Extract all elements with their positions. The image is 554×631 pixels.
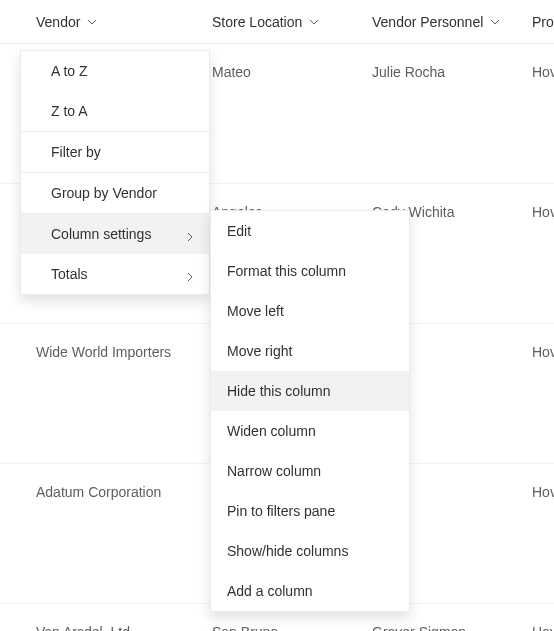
- cell-product: Hove: [520, 624, 554, 631]
- menu-item-totals[interactable]: Totals: [21, 254, 209, 294]
- cell-product: Hove: [520, 344, 554, 360]
- menu-item-group-by-vendor[interactable]: Group by Vendor: [21, 173, 209, 213]
- menu-item-label: Widen column: [227, 423, 316, 439]
- cell-store: Mateo: [200, 64, 360, 80]
- cell-product: Hove: [520, 204, 554, 220]
- submenu-item-narrow-column[interactable]: Narrow column: [211, 451, 409, 491]
- column-header-row: Vendor Store Location Vendor Personnel P…: [0, 0, 554, 44]
- chevron-down-icon: [86, 16, 98, 28]
- menu-item-label: Z to A: [51, 103, 88, 119]
- submenu-item-format-this-column[interactable]: Format this column: [211, 251, 409, 291]
- submenu-item-add-a-column[interactable]: Add a column: [211, 571, 409, 611]
- menu-item-sort-a-to-z[interactable]: A to Z: [21, 51, 209, 91]
- submenu-item-pin-to-filters-pane[interactable]: Pin to filters pane: [211, 491, 409, 531]
- submenu-item-edit[interactable]: Edit: [211, 211, 409, 251]
- chevron-down-icon: [489, 16, 501, 28]
- menu-item-filter-by[interactable]: Filter by: [21, 132, 209, 172]
- menu-item-label: Move left: [227, 303, 284, 319]
- chevron-down-icon: [308, 16, 320, 28]
- column-header-personnel-label: Vendor Personnel: [372, 14, 483, 30]
- submenu-item-hide-this-column[interactable]: Hide this column: [211, 371, 409, 411]
- menu-item-label: Add a column: [227, 583, 313, 599]
- menu-item-label: Move right: [227, 343, 292, 359]
- menu-item-label: Column settings: [51, 226, 151, 242]
- column-header-vendor-label: Vendor: [36, 14, 80, 30]
- chevron-right-icon: [185, 229, 195, 239]
- menu-item-label: Filter by: [51, 144, 101, 160]
- cell-store: San Bruno: [200, 624, 360, 631]
- menu-item-label: Edit: [227, 223, 251, 239]
- column-header-vendor[interactable]: Vendor: [0, 14, 200, 30]
- menu-item-label: Totals: [51, 266, 88, 282]
- menu-item-label: Pin to filters pane: [227, 503, 335, 519]
- menu-item-label: A to Z: [51, 63, 88, 79]
- submenu-item-move-right[interactable]: Move right: [211, 331, 409, 371]
- cell-product: Hove: [520, 484, 554, 500]
- menu-item-label: Format this column: [227, 263, 346, 279]
- chevron-right-icon: [185, 269, 195, 279]
- cell-vendor: Van Arsdel, Ltd.: [0, 624, 200, 631]
- menu-item-label: Show/hide columns: [227, 543, 348, 559]
- cell-vendor: Wide World Importers: [0, 344, 200, 360]
- column-header-store-location[interactable]: Store Location: [200, 14, 360, 30]
- column-settings-submenu: Edit Format this column Move left Move r…: [210, 210, 410, 612]
- cell-personnel: Julie Rocha: [360, 64, 520, 80]
- submenu-item-widen-column[interactable]: Widen column: [211, 411, 409, 451]
- menu-item-column-settings[interactable]: Column settings: [21, 214, 209, 254]
- submenu-item-move-left[interactable]: Move left: [211, 291, 409, 331]
- menu-item-label: Narrow column: [227, 463, 321, 479]
- menu-item-label: Hide this column: [227, 383, 331, 399]
- cell-personnel: Grover Sigmon: [360, 624, 520, 631]
- submenu-item-show-hide-columns[interactable]: Show/hide columns: [211, 531, 409, 571]
- cell-product: Hove: [520, 64, 554, 80]
- column-context-menu: A to Z Z to A Filter by Group by Vendor …: [20, 50, 210, 295]
- menu-item-label: Group by Vendor: [51, 185, 157, 201]
- cell-vendor: Adatum Corporation: [0, 484, 200, 500]
- column-header-product[interactable]: Prod: [520, 14, 554, 30]
- column-header-vendor-personnel[interactable]: Vendor Personnel: [360, 14, 520, 30]
- column-header-store-label: Store Location: [212, 14, 302, 30]
- menu-item-sort-z-to-a[interactable]: Z to A: [21, 91, 209, 131]
- column-header-product-label: Prod: [532, 14, 554, 30]
